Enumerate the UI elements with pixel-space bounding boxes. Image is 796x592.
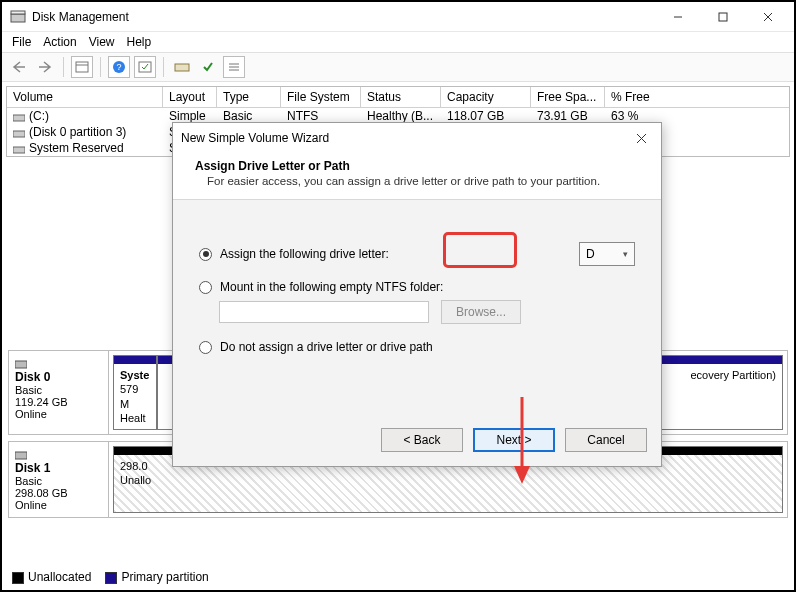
col-layout[interactable]: Layout [163,87,217,107]
dialog-titlebar: New Simple Volume Wizard [173,123,661,153]
titlebar: Disk Management [2,2,794,32]
minimize-button[interactable] [655,3,700,31]
dialog-close-button[interactable] [629,126,653,150]
menu-view[interactable]: View [89,35,115,49]
menu-help[interactable]: Help [127,35,152,49]
dialog-heading: Assign Drive Letter or Path [195,159,639,173]
dialog-subheading: For easier access, you can assign a driv… [195,175,639,187]
disk-icon [15,449,27,461]
disk-sidebar[interactable]: Disk 0 Basic 119.24 GB Online [9,351,109,434]
svg-rect-0 [11,14,25,22]
tool-views-icon[interactable] [71,56,93,78]
disk-size: 119.24 GB [15,396,68,408]
svg-rect-16 [13,131,25,137]
col-volume[interactable]: Volume [7,87,163,107]
back-button[interactable]: < Back [381,428,463,452]
disk-type: Basic [15,475,42,487]
svg-rect-11 [175,64,189,71]
disk-name: Disk 1 [15,461,50,475]
cancel-button[interactable]: Cancel [565,428,647,452]
legend-swatch-unallocated [12,572,24,584]
svg-rect-18 [15,361,27,368]
col-pct[interactable]: % Free [605,87,789,107]
option-assign-letter[interactable]: Assign the following drive letter: D ▾ [199,242,635,266]
legend-label: Unallocated [28,570,91,584]
col-free[interactable]: Free Spa... [531,87,605,107]
window-title: Disk Management [32,10,655,24]
svg-rect-1 [11,11,25,14]
wizard-dialog: New Simple Volume Wizard Assign Drive Le… [172,122,662,467]
option-label: Assign the following drive letter: [220,247,389,261]
mount-path-input[interactable] [219,301,429,323]
col-status[interactable]: Status [361,87,441,107]
disk-status: Online [15,408,47,420]
toolbar: ? [2,52,794,82]
tool-action-icon[interactable] [134,56,156,78]
svg-rect-6 [76,62,88,72]
annotation-highlight [443,232,517,268]
disk-management-window: Disk Management File Action View Help ? … [0,0,796,592]
disk-type: Basic [15,384,42,396]
close-button[interactable] [745,3,790,31]
svg-rect-15 [13,115,25,121]
svg-rect-17 [13,147,25,153]
dialog-footer: < Back Next > Cancel [173,418,661,466]
tool-help-icon[interactable]: ? [108,56,130,78]
drive-letter-value: D [586,247,595,261]
app-icon [10,9,26,25]
col-fs[interactable]: File System [281,87,361,107]
col-capacity[interactable]: Capacity [441,87,531,107]
legend: Unallocated Primary partition [12,570,209,584]
option-no-assign[interactable]: Do not assign a drive letter or drive pa… [199,340,635,354]
nav-forward-icon[interactable] [34,56,56,78]
partition[interactable]: Syste579 MHealt [113,355,157,430]
browse-button: Browse... [441,300,521,324]
svg-rect-19 [15,452,27,459]
svg-rect-3 [719,13,727,21]
radio-icon [199,281,212,294]
tool-check-icon[interactable] [197,56,219,78]
radio-icon [199,341,212,354]
radio-icon [199,248,212,261]
legend-swatch-primary [105,572,117,584]
disk-sidebar[interactable]: Disk 1 Basic 298.08 GB Online [9,442,109,517]
next-button[interactable]: Next > [473,428,555,452]
option-mount-folder[interactable]: Mount in the following empty NTFS folder… [199,280,635,294]
volume-table-header: Volume Layout Type File System Status Ca… [7,87,789,108]
option-label: Do not assign a drive letter or drive pa… [220,340,433,354]
tool-list-icon[interactable] [223,56,245,78]
disk-icon [15,358,27,370]
col-type[interactable]: Type [217,87,281,107]
drive-letter-select[interactable]: D ▾ [579,242,635,266]
tool-disk-icon[interactable] [171,56,193,78]
menu-action[interactable]: Action [43,35,76,49]
option-label: Mount in the following empty NTFS folder… [220,280,443,294]
menu-file[interactable]: File [12,35,31,49]
svg-text:?: ? [116,62,121,72]
disk-status: Online [15,499,47,511]
dialog-title: New Simple Volume Wizard [181,131,629,145]
chevron-down-icon: ▾ [623,249,628,259]
nav-back-icon[interactable] [8,56,30,78]
disk-name: Disk 0 [15,370,50,384]
disk-size: 298.08 GB [15,487,68,499]
legend-label: Primary partition [121,570,208,584]
maximize-button[interactable] [700,3,745,31]
menubar: File Action View Help [2,32,794,52]
